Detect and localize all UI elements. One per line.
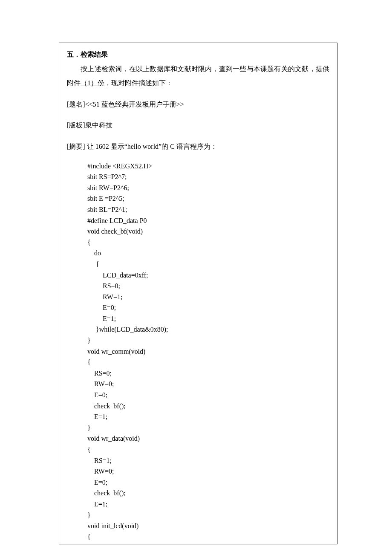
intro-paragraph: 按上述检索词，在以上数据库和文献时限内，查到一些与本课题有关的文献，提供附件（1… xyxy=(67,62,329,90)
title-label: [题名] xyxy=(67,101,85,108)
intro-underline: （1）份 xyxy=(81,79,104,87)
version-label: [版板] xyxy=(67,121,85,129)
abstract-label: [摘要] xyxy=(67,143,85,150)
version-value: 泉中科技 xyxy=(85,121,112,129)
code-block: #include <REGX52.H> sbit RS=P2^7; sbit R… xyxy=(67,161,329,543)
intro-text-post: ，现对附件摘述如下： xyxy=(104,79,173,87)
page-number-wrap: — 4 — xyxy=(59,553,337,555)
content-box: 五．检索结果 按上述检索词，在以上数据库和文献时限内，查到一些与本课题有关的文献… xyxy=(59,43,337,544)
abstract-text: 让 1602 显示“hello world”的 C 语言程序为： xyxy=(85,143,217,150)
title-value: <<51 蓝色经典开发板用户手册>> xyxy=(85,101,184,108)
version-line: [版板]泉中科技 xyxy=(67,118,329,133)
section-heading: 五．检索结果 xyxy=(67,49,329,60)
title-line: [题名]<<51 蓝色经典开发板用户手册>> xyxy=(67,97,329,112)
page: 五．检索结果 按上述检索词，在以上数据库和文献时限内，查到一些与本课题有关的文献… xyxy=(0,0,392,555)
abstract-line: [摘要] 让 1602 显示“hello world”的 C 语言程序为： xyxy=(67,139,329,154)
page-number: 4 xyxy=(196,553,200,555)
